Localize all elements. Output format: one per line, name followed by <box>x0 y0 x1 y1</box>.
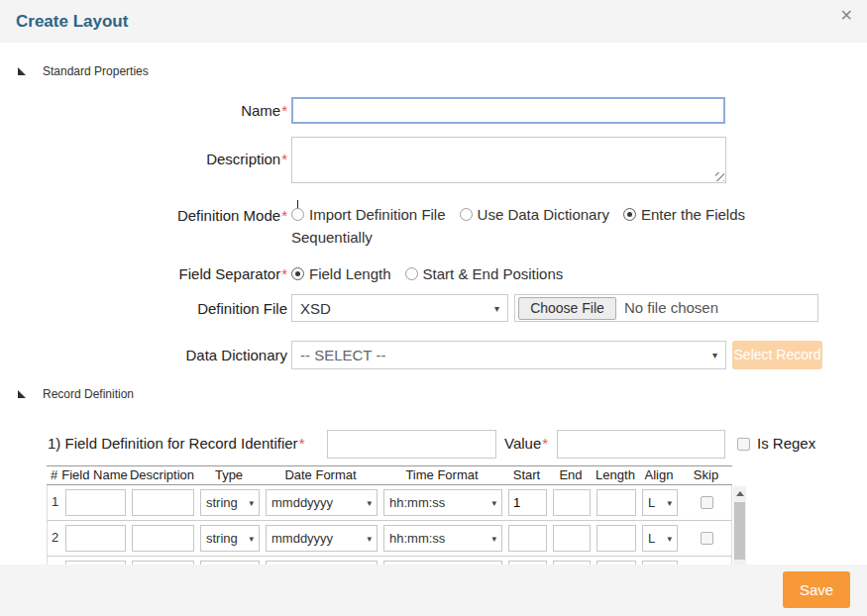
create-layout-dialog: Create Layout ✕ Standard Properties Name… <box>0 0 867 616</box>
section-standard-properties[interactable]: Standard Properties <box>18 63 149 79</box>
collapse-triangle-icon <box>18 67 26 75</box>
save-button[interactable]: Save <box>783 571 850 608</box>
section-label: Record Definition <box>43 387 134 401</box>
radio-label[interactable]: Field Length <box>309 265 391 282</box>
data-dictionary-select[interactable]: -- SELECT -- ▾ <box>291 341 726 369</box>
definition-mode-row: Definition Mode* Import Definition FileU… <box>0 203 867 249</box>
page-title: Create Layout <box>16 12 128 32</box>
file-status-text: No file chosen <box>624 299 718 316</box>
row-number: 1 <box>48 485 62 520</box>
column-header: Start <box>504 466 549 484</box>
description-input[interactable] <box>291 137 726 183</box>
radio-label[interactable]: Import Definition File <box>309 206 446 223</box>
close-icon[interactable]: ✕ <box>836 4 857 27</box>
length-input[interactable] <box>596 489 636 516</box>
column-header: Field Name <box>61 466 128 484</box>
dropdown-arrow-icon: ▾ <box>491 534 496 544</box>
field-name-input[interactable] <box>65 525 126 552</box>
type-select[interactable]: string▾ <box>200 525 260 552</box>
start-input[interactable] <box>508 525 547 552</box>
radio-enter-fields-sequentially[interactable] <box>623 208 636 221</box>
select-record-button[interactable]: Select Record <box>732 341 822 369</box>
field-separator-row: Field Separator* Field LengthStart & End… <box>0 264 867 282</box>
definition-file-label: Definition File <box>0 300 287 317</box>
radio-use-data-dictionary[interactable] <box>460 208 473 221</box>
collapse-triangle-icon <box>18 390 26 398</box>
table-scrollbar[interactable] <box>733 486 746 565</box>
skip-checkbox[interactable] <box>701 532 713 545</box>
field-separator-radio-group: Field LengthStart & End Positions <box>291 262 563 285</box>
description-input[interactable] <box>132 525 194 552</box>
column-header: Align <box>638 466 680 484</box>
resize-grip-icon[interactable] <box>715 172 724 181</box>
dropdown-arrow-icon: ▾ <box>494 303 499 314</box>
dialog-header: Create Layout ✕ <box>0 0 867 43</box>
row-number: 3 <box>48 557 62 565</box>
record-identifier-label: 1) Field Definition for Record Identifie… <box>48 435 304 452</box>
column-header: Skip <box>680 466 732 484</box>
date-format-select[interactable]: mmddyyyy▾ <box>266 525 378 552</box>
definition-mode-label: Definition Mode* <box>0 207 287 224</box>
required-asterisk: * <box>281 102 287 119</box>
column-header: Length <box>593 466 638 484</box>
scroll-up-arrow-icon[interactable] <box>736 491 744 496</box>
length-input[interactable] <box>596 525 636 552</box>
name-row: Name* <box>0 97 867 125</box>
dropdown-arrow-icon: ▾ <box>712 350 717 360</box>
table-header-row: # Field Name Description Type Date Forma… <box>47 465 732 485</box>
definition-file-row: Definition File XSD ▾ Choose File No fil… <box>0 294 867 323</box>
data-dictionary-label: Data Dictionary <box>0 347 287 363</box>
column-header: # <box>47 466 61 484</box>
field-separator-label: Field Separator* <box>0 265 287 282</box>
field-definition-table: # Field Name Description Type Date Forma… <box>47 465 746 565</box>
record-identifier-input[interactable] <box>327 430 496 459</box>
align-select[interactable]: L▾ <box>642 525 678 552</box>
selected-value: -- SELECT -- <box>300 347 385 363</box>
end-input[interactable] <box>553 489 591 516</box>
section-record-definition[interactable]: Record Definition <box>18 386 134 402</box>
column-header: Time Format <box>379 466 504 484</box>
align-select[interactable]: L▾ <box>642 489 678 516</box>
dropdown-arrow-icon: ▾ <box>667 498 672 508</box>
radio-import-definition-file[interactable] <box>291 208 304 221</box>
end-input[interactable] <box>553 525 591 552</box>
radio-field-length[interactable] <box>291 267 304 280</box>
scrollbar-thumb[interactable] <box>734 502 745 560</box>
is-regex-checkbox[interactable] <box>737 438 750 451</box>
time-format-select[interactable]: hh:mm:ss▾ <box>383 489 502 516</box>
dropdown-arrow-icon: ▾ <box>367 534 372 544</box>
is-regex-label: Is Regex <box>757 435 815 452</box>
radio-label[interactable]: Use Data Dictionary <box>478 206 609 223</box>
definition-file-type-select[interactable]: XSD ▾ <box>291 294 508 322</box>
file-input[interactable]: Choose File No file chosen <box>514 294 818 322</box>
name-input[interactable] <box>291 97 725 124</box>
required-asterisk: * <box>281 207 287 224</box>
start-input[interactable] <box>508 489 547 516</box>
description-input[interactable] <box>132 489 194 516</box>
dropdown-arrow-icon: ▾ <box>249 498 254 508</box>
date-format-select[interactable]: mmddyyyy▾ <box>266 489 378 516</box>
time-format-select[interactable]: hh:mm:ss▾ <box>383 525 502 552</box>
radio-start-end-positions[interactable] <box>405 267 418 280</box>
required-asterisk: * <box>542 435 548 452</box>
column-header: Date Format <box>262 466 379 484</box>
radio-label[interactable]: Start & End Positions <box>423 265 564 282</box>
choose-file-button[interactable]: Choose File <box>518 297 616 320</box>
table-row: 1 string▾ mmddyyyy▾ hh:mm:ss▾ L▾ <box>47 485 732 521</box>
record-identifier-row: 1) Field Definition for Record Identifie… <box>0 428 867 460</box>
column-header: Description <box>128 466 196 484</box>
dropdown-arrow-icon: ▾ <box>367 498 372 508</box>
column-header: Type <box>196 466 262 484</box>
type-select[interactable]: string▾ <box>200 489 260 516</box>
record-identifier-value-input[interactable] <box>557 430 725 459</box>
field-name-input[interactable] <box>65 489 126 516</box>
table-row: 2 string▾ mmddyyyy▾ hh:mm:ss▾ L▾ <box>47 521 732 557</box>
skip-checkbox[interactable] <box>701 496 713 509</box>
value-label: Value* <box>504 435 548 452</box>
required-asterisk: * <box>299 435 305 452</box>
selected-value: XSD <box>300 300 331 317</box>
definition-mode-radio-group: Import Definition FileUse Data Dictionar… <box>291 203 765 249</box>
dropdown-arrow-icon: ▾ <box>249 534 254 544</box>
description-label: Description* <box>0 151 287 167</box>
section-label: Standard Properties <box>43 64 149 78</box>
